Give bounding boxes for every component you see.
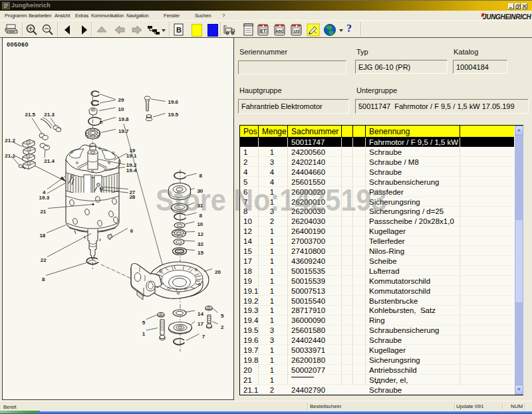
svg-text:21.5: 21.5 [25,112,36,118]
svg-text:19.5: 19.5 [168,112,179,118]
svg-text:B: B [176,26,182,34]
svg-text:15: 15 [198,250,203,256]
svg-text:22: 22 [41,257,47,263]
svg-text:21.4: 21.4 [44,158,55,164]
svg-text:12: 12 [198,231,203,237]
svg-text:19.7: 19.7 [118,128,129,134]
svg-text:18: 18 [39,233,45,239]
svg-text:7: 7 [202,334,205,340]
svg-text:123: 123 [293,29,299,33]
svg-text:19.3: 19.3 [39,195,50,201]
svg-text:14: 14 [198,311,203,317]
svg-text:1: 1 [142,331,146,337]
svg-text:10: 10 [118,106,124,112]
svg-text:5: 5 [221,313,224,319]
svg-text:19.6: 19.6 [168,99,179,105]
svg-text:28: 28 [129,194,135,200]
svg-text:10: 10 [197,221,203,227]
svg-text:21: 21 [40,209,46,215]
svg-text:19.4: 19.4 [126,167,137,173]
svg-text:17: 17 [198,321,203,327]
svg-text:19: 19 [129,148,135,154]
svg-text:8: 8 [42,276,45,282]
svg-text:21.2: 21.2 [5,138,15,144]
svg-text:8: 8 [200,173,203,179]
svg-text:32: 32 [198,241,203,247]
svg-text:ET: ET [260,29,267,33]
svg-text:ABC: ABC [276,29,284,33]
svg-text:6: 6 [130,228,134,234]
svg-text:20: 20 [215,269,221,275]
svg-text:5: 5 [142,320,146,326]
svg-text:19.8: 19.8 [118,116,129,122]
svg-text:21.1: 21.1 [5,153,15,159]
svg-text:2: 2 [221,324,224,330]
svg-text:29: 29 [118,97,124,103]
svg-text:19.1: 19.1 [126,153,137,159]
svg-text:21.3: 21.3 [44,112,55,118]
